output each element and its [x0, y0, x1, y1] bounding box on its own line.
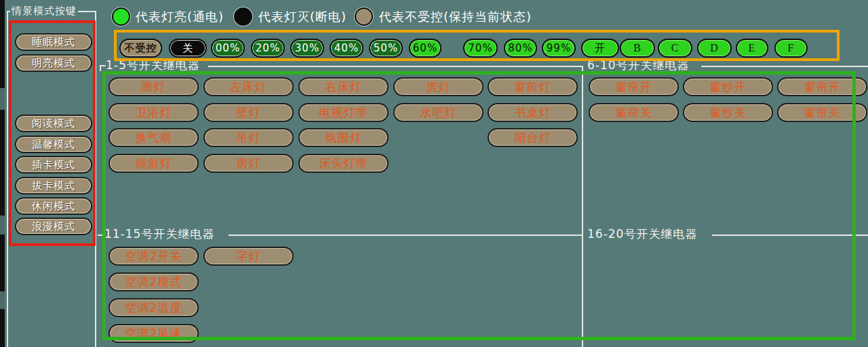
legend-label-off: 代表灯灭(断电) [258, 9, 347, 25]
state-button-70pct[interactable]: 70% [463, 39, 498, 58]
groupbox-line [712, 234, 868, 236]
groupbox-divider-vertical [582, 66, 583, 347]
state-button-B[interactable]: B [620, 39, 655, 58]
state-button-C[interactable]: C [658, 39, 692, 58]
relay-button-curtain-open-1[interactable]: 窗帘开 [589, 77, 679, 96]
state-button-20pct[interactable]: 20% [251, 39, 285, 58]
state-button-00pct[interactable]: 00% [211, 39, 245, 58]
light-on-icon [112, 7, 130, 26]
state-button-60pct[interactable]: 60% [409, 39, 441, 58]
relay-button-ac2-mode[interactable]: 空调2模式 [108, 272, 199, 291]
relay-button-bar-light[interactable]: 水吧灯 [393, 103, 484, 122]
groupbox-line [98, 234, 103, 236]
relay-button-room-light-2[interactable]: 房灯 [203, 154, 294, 173]
state-button-D[interactable]: D [697, 39, 732, 58]
relay-button-sign-light[interactable]: 字灯 [203, 247, 294, 266]
relay-button-ac2-temp[interactable]: 空调2温度 [108, 298, 199, 317]
state-button-uncontrolled[interactable]: 不受控 [119, 39, 162, 58]
state-button-80pct[interactable]: 80% [504, 39, 537, 58]
group-title-relay-16-20: 16-20号开关继电器 [587, 228, 697, 241]
relay-button-sheer-open[interactable]: 窗纱开 [683, 77, 773, 96]
groupbox-line [701, 66, 868, 67]
groupbox-corner [100, 65, 106, 71]
group-title-relay-6-10: 6-10号开关继电器 [587, 59, 690, 72]
relay-button-sheer-close[interactable]: 窗纱关 [683, 103, 773, 122]
legend-label-uncontrolled: 代表不受控(保持当前状态) [379, 9, 532, 25]
legend-label-on: 代表灯亮(通电) [136, 9, 224, 25]
relay-button-bathroom-light[interactable]: 卫浴灯 [108, 103, 199, 122]
scene-control-panel: 情景模式按键 睡眠模式 明亮模式 阅读模式 温馨模式 插卡模式 拔卡模式 休闲模… [0, 0, 868, 347]
window-edge-notch [0, 291, 5, 309]
sidebar-title: 情景模式按键 [10, 5, 78, 18]
relay-button-curtain-close-2[interactable]: 窗帘关 [777, 103, 867, 122]
relay-button-exhaust-fan[interactable]: 换气扇 [108, 128, 199, 147]
relay-button-pendant-light[interactable]: 吊灯 [203, 128, 294, 147]
relay-button-tv-strip-light[interactable]: 电视灯带 [298, 103, 389, 122]
relay-button-desk-light[interactable]: 书桌灯 [488, 103, 578, 122]
groupbox-line [208, 66, 582, 67]
uncontrolled-icon [355, 7, 373, 26]
relay-button-curtain-open-2[interactable]: 窗帘开 [777, 77, 867, 96]
relay-button-ambient-light[interactable]: 氛围灯 [298, 128, 389, 147]
state-button-50pct[interactable]: 50% [369, 39, 403, 58]
sidebar-groupbox-left [7, 11, 8, 347]
mode-button-card-in[interactable]: 插卡模式 [15, 156, 92, 174]
mode-button-romantic[interactable]: 浪漫模式 [15, 218, 92, 235]
state-button-99pct[interactable]: 99% [542, 39, 576, 58]
relay-button-ac2-fan[interactable]: 空调2风速 [108, 324, 199, 343]
sidebar-groupbox-right [95, 11, 96, 347]
state-button-off[interactable]: 关 [169, 39, 207, 58]
relay-button-right-bed-light[interactable]: 右床灯 [298, 77, 389, 96]
relay-button-ac2-power[interactable]: 空调2开关 [108, 247, 199, 266]
state-button-F[interactable]: F [774, 39, 808, 58]
group-title-relay-1-5: 1-5号开关继电器 [106, 59, 200, 72]
group-title-relay-11-15: 11-15号开关继电器 [104, 228, 214, 241]
window-edge-notch [0, 88, 5, 110]
groupbox-line [229, 234, 582, 236]
relay-button-headboard-strip[interactable]: 床头灯带 [298, 154, 389, 173]
relay-button-balcony-light[interactable]: 阳台灯 [488, 128, 578, 147]
relay-button-room-light-1[interactable]: 房灯 [393, 77, 484, 96]
mode-button-card-out[interactable]: 拔卡模式 [15, 177, 92, 195]
mode-button-leisure[interactable]: 休闲模式 [15, 197, 92, 215]
state-button-on[interactable]: 开 [581, 39, 619, 58]
state-button-30pct[interactable]: 30% [290, 39, 324, 58]
relay-button-mirror-light[interactable]: 镜前灯 [108, 154, 199, 173]
relay-button-window-light[interactable]: 窗前灯 [488, 77, 578, 96]
mode-button-bright[interactable]: 明亮模式 [15, 54, 92, 72]
state-button-E[interactable]: E [736, 39, 768, 58]
light-off-icon [234, 7, 252, 26]
relay-button-wall-light[interactable]: 壁灯 [203, 103, 294, 122]
relay-button-curtain-close-1[interactable]: 窗帘关 [589, 103, 679, 122]
relay-button-corridor-light[interactable]: 廊灯 [108, 77, 199, 96]
mode-button-cozy[interactable]: 温馨模式 [15, 136, 92, 153]
mode-button-sleep[interactable]: 睡眠模式 [15, 33, 92, 51]
window-edge-notch [0, 216, 5, 234]
mode-button-reading[interactable]: 阅读模式 [15, 115, 92, 132]
relay-button-left-bed-light[interactable]: 左床灯 [203, 77, 294, 96]
state-button-40pct[interactable]: 40% [330, 39, 363, 58]
